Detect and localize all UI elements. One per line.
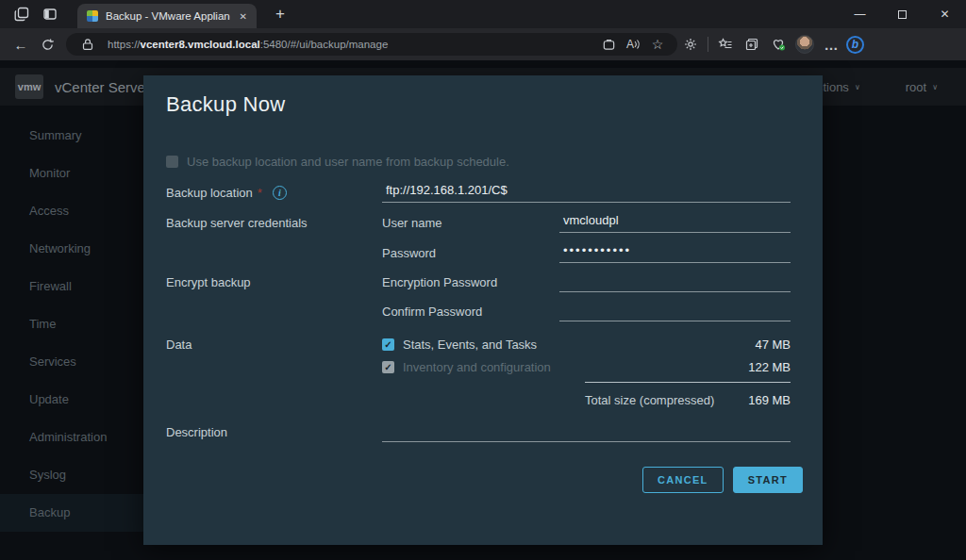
confirm-password-input[interactable] — [559, 302, 791, 321]
backup-now-modal: Backup Now Use backup location and user … — [143, 75, 823, 545]
tab-actions-icon[interactable] — [36, 0, 64, 28]
url-text: https://vcenter8.vmcloud.local:5480/#/ui… — [108, 39, 596, 50]
sidebar-item-monitor[interactable]: Monitor — [0, 155, 143, 192]
username-label: User name — [382, 216, 559, 230]
browser-toolbar: ← https://vcenter8.vmcloud.local:5480/#/… — [0, 28, 966, 60]
sidebar-item-networking[interactable]: Networking — [0, 230, 143, 268]
modal-title: Backup Now — [166, 92, 791, 117]
stats-size: 47 MB — [755, 338, 791, 352]
sidebar-nav: Summary Monitor Access Networking Firewa… — [0, 117, 143, 532]
url-scheme: https:// — [108, 39, 141, 50]
lock-icon — [75, 33, 100, 56]
password-input[interactable]: ••••••••••• — [559, 243, 791, 263]
favorite-star-icon[interactable]: ☆ — [645, 33, 670, 56]
copilot-icon[interactable]: b — [846, 36, 864, 54]
refresh-icon[interactable] — [34, 31, 60, 58]
collections-icon[interactable] — [739, 31, 765, 58]
tab-favicon-icon — [87, 10, 98, 22]
chevron-down-icon: ∨ — [932, 83, 938, 91]
workspaces-icon[interactable] — [8, 0, 36, 28]
browser-essentials-icon[interactable] — [765, 31, 791, 58]
backup-location-label: Backup location — [166, 186, 253, 200]
use-schedule-checkbox[interactable] — [166, 156, 178, 168]
new-tab-button[interactable]: + — [268, 0, 292, 28]
sidebar-item-backup[interactable]: Backup — [0, 494, 143, 532]
sidebar-item-summary[interactable]: Summary — [0, 117, 143, 155]
tab-strip: Backup - VMware Appliance Man ✕ + — ✕ — [0, 0, 966, 28]
chevron-down-icon: ∨ — [855, 83, 860, 91]
stats-label: Stats, Events, and Tasks — [403, 338, 537, 352]
favorites-list-icon[interactable] — [712, 31, 739, 58]
total-size-value: 169 MB — [748, 393, 791, 407]
inventory-checkbox[interactable]: ✓ — [382, 361, 394, 373]
sidebar-item-administration[interactable]: Administration — [0, 419, 143, 456]
start-button[interactable]: START — [733, 467, 803, 493]
stats-checkbox[interactable]: ✓ — [382, 338, 394, 351]
sidebar-item-access[interactable]: Access — [0, 192, 143, 230]
address-bar[interactable]: https://vcenter8.vmcloud.local:5480/#/ui… — [66, 33, 677, 56]
browser-tab[interactable]: Backup - VMware Appliance Man ✕ — [77, 4, 257, 28]
sidebar-item-time[interactable]: Time — [0, 305, 143, 343]
extensions-icon[interactable] — [677, 31, 704, 58]
url-host: vcenter8.vmcloud.local — [141, 39, 260, 50]
window-controls: — ✕ — [839, 0, 966, 28]
back-icon[interactable]: ← — [8, 31, 34, 58]
settings-menu-icon[interactable]: … — [818, 31, 844, 58]
info-icon[interactable]: i — [273, 186, 287, 200]
inventory-size: 122 MB — [748, 360, 791, 374]
close-button[interactable]: ✕ — [924, 0, 966, 28]
username-input[interactable]: vmcloudpl — [559, 213, 791, 233]
browser-window: Backup - VMware Appliance Man ✕ + — ✕ ← — [0, 0, 966, 560]
description-input[interactable] — [382, 422, 791, 442]
sidebar-item-syslog[interactable]: Syslog — [0, 456, 143, 494]
toolbar-divider — [708, 37, 708, 52]
password-label: Password — [382, 246, 559, 260]
credentials-section-label: Backup server credentials — [166, 216, 308, 230]
backup-location-input[interactable]: ftp://192.168.1.201/C$ — [382, 183, 791, 203]
encrypt-section-label: Encrypt backup — [166, 275, 251, 289]
sidebar-item-firewall[interactable]: Firewall — [0, 268, 143, 305]
tab-title: Backup - VMware Appliance Man — [106, 10, 230, 22]
total-divider — [585, 382, 791, 383]
use-schedule-label: Use backup location and user name from b… — [187, 155, 509, 169]
split-screen-icon[interactable] — [596, 33, 621, 56]
sidebar-item-services[interactable]: Services — [0, 343, 143, 381]
total-size-label: Total size (compressed) — [585, 393, 714, 407]
description-label: Description — [166, 425, 227, 439]
minimize-button[interactable]: — — [839, 0, 881, 28]
encryption-password-label: Encryption Password — [382, 275, 559, 289]
vcenter-app: vmw vCenter Server Actions ∨ root ∨ Summ… — [0, 60, 966, 560]
read-aloud-icon[interactable]: A — [621, 33, 645, 56]
cancel-button[interactable]: CANCEL — [642, 467, 724, 493]
encryption-password-input[interactable] — [559, 272, 791, 292]
required-asterisk: * — [258, 186, 262, 200]
confirm-password-label: Confirm Password — [382, 305, 559, 319]
vmware-logo: vmw — [15, 74, 43, 99]
maximize-button[interactable] — [881, 0, 924, 28]
tab-close-icon[interactable]: ✕ — [238, 9, 249, 24]
data-section-label: Data — [166, 338, 192, 352]
inventory-label: Inventory and configuration — [403, 360, 551, 374]
profile-avatar[interactable] — [795, 35, 814, 54]
product-title: vCenter Server — [55, 79, 150, 95]
sidebar-item-update[interactable]: Update — [0, 381, 143, 419]
url-path: :5480/#/ui/backup/manage — [260, 39, 389, 50]
user-dropdown[interactable]: root ∨ — [906, 80, 938, 94]
